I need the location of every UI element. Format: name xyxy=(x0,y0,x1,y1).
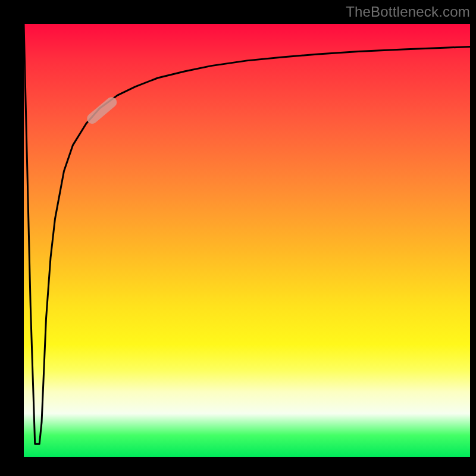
highlight-pill xyxy=(85,95,119,126)
curve-svg xyxy=(24,24,470,457)
main-curve xyxy=(24,24,470,444)
plot-area xyxy=(24,24,470,457)
attribution-label: TheBottleneck.com xyxy=(346,4,470,20)
chart-stage: TheBottleneck.com xyxy=(0,0,476,476)
